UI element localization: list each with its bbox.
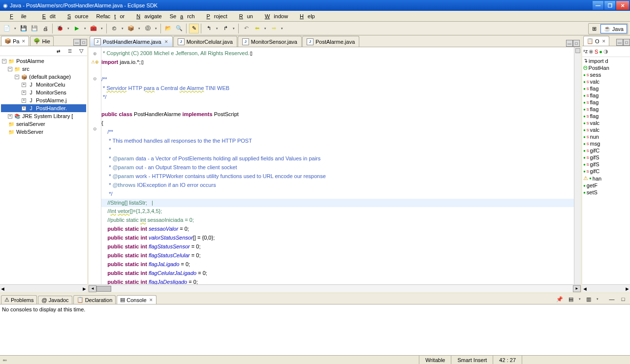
outline-item[interactable]: ● setS — [582, 189, 630, 196]
menu-search[interactable]: Search — [166, 12, 199, 20]
minimize-view-icon[interactable]: — — [607, 294, 617, 304]
close-icon[interactable]: ✕ — [22, 39, 26, 44]
debug-button[interactable]: 🐞 — [55, 24, 65, 33]
outline-item[interactable]: ●S flag — [582, 106, 630, 113]
outline-item[interactable]: ●S gifC — [582, 168, 630, 175]
menu-run[interactable]: Run — [231, 12, 257, 20]
outline-item[interactable]: ●S valc — [582, 126, 630, 133]
outline-hscroll[interactable]: ◄► — [582, 284, 630, 292]
outline-item[interactable]: ●S gifS — [582, 154, 630, 161]
tree-jre[interactable]: +📚JRE System Library [ — [1, 112, 86, 120]
link-editor-icon[interactable]: ☰ — [65, 46, 75, 56]
editor-tab[interactable]: JMonitorCelular.java — [173, 36, 237, 47]
tree-file[interactable]: +JMonitorCelu — [1, 81, 86, 89]
view-minmax[interactable]: —□ — [73, 39, 87, 46]
tree-src[interactable]: −📁src — [1, 65, 86, 73]
outline-item[interactable]: ↴ import d — [582, 57, 630, 64]
java-perspective[interactable]: ☕ Java — [600, 24, 627, 33]
menu-refactor[interactable]: Refactor — [93, 12, 129, 20]
tree-package[interactable]: −📦(default package) — [1, 73, 86, 81]
next-annotation-button[interactable]: ↱ — [220, 24, 230, 33]
outline-item[interactable]: ●S flag — [582, 85, 630, 92]
fastview-icon[interactable]: ▫◦ — [0, 357, 10, 363]
menu-source[interactable]: Source — [60, 12, 93, 20]
tab-console[interactable]: ▤ Console✕ — [117, 295, 156, 304]
editor-tab-active[interactable]: JPostHandlerAlarme.java✕ — [90, 36, 173, 47]
tab-hierarchy[interactable]: 🌳 Hie — [30, 36, 54, 46]
view-minmax[interactable]: —□ — [616, 39, 630, 46]
tab-package-explorer[interactable]: 📦 Pa✕ — [1, 36, 29, 46]
menu-window[interactable]: Window — [257, 12, 292, 20]
maximize-view-icon[interactable]: □ — [618, 294, 628, 304]
prev-annotation-button[interactable]: ↰ — [204, 24, 214, 33]
open-type-button[interactable]: Ⓞ — [143, 24, 153, 33]
outline-item[interactable]: ●S gifS — [582, 161, 630, 168]
outline-item[interactable]: ●S gifC — [582, 147, 630, 154]
editor-tab[interactable]: JPostAlarme.java — [302, 36, 359, 47]
hide-local-icon[interactable]: ◑ — [603, 48, 608, 55]
menu-edit[interactable]: Edit — [34, 12, 60, 20]
maximize-button[interactable]: ❐ — [604, 1, 615, 10]
outline-item[interactable]: ●S nun — [582, 133, 630, 140]
last-edit-button[interactable]: ↶ — [241, 24, 251, 33]
forward-button[interactable]: ➡ — [269, 24, 279, 33]
tree-project[interactable]: −📁PostAlarme — [1, 57, 86, 65]
outline-item[interactable]: ●S valc — [582, 78, 630, 85]
overview-ruler[interactable] — [574, 47, 581, 284]
menu-file[interactable]: File — [2, 12, 34, 20]
close-button[interactable]: ✕ — [616, 1, 629, 10]
back-button[interactable]: ⬅ — [252, 24, 262, 33]
new-button[interactable]: 📄 — [2, 24, 12, 33]
close-icon[interactable]: ✕ — [149, 298, 153, 303]
left-hscroll[interactable]: ◄► — [0, 284, 87, 292]
display-console-icon[interactable]: ▤ — [566, 294, 576, 304]
editor-minmax[interactable]: —□ — [566, 40, 580, 47]
tree-file-selected[interactable]: +JPostHandler. — [1, 104, 86, 112]
tree-file[interactable]: +JMonitorSens — [1, 89, 86, 96]
hide-fields-icon[interactable]: ◉ — [589, 48, 594, 55]
save-button[interactable]: 💾 — [19, 24, 29, 33]
tab-declaration[interactable]: 📋 Declaration — [73, 295, 116, 304]
tab-outline[interactable]: 📋 O✕ — [583, 36, 609, 46]
outline-item[interactable]: ●S flag — [582, 99, 630, 106]
menu-project[interactable]: Project — [199, 12, 231, 20]
print-button[interactable]: 🖨 — [40, 24, 50, 33]
close-icon[interactable]: ✕ — [602, 39, 606, 44]
close-icon[interactable]: ✕ — [164, 39, 168, 44]
tab-javadoc[interactable]: @ Javadoc — [38, 296, 72, 304]
outline-item[interactable]: ●S flag — [582, 113, 630, 120]
outline-item[interactable]: ●S msg — [582, 140, 630, 147]
run-button[interactable]: ▶ — [72, 24, 82, 33]
annotation-button[interactable]: ✎ — [189, 24, 199, 33]
hide-static-icon[interactable]: S — [595, 49, 598, 55]
menu-help[interactable]: Help — [292, 12, 319, 20]
open-folder-button[interactable]: 📂 — [163, 24, 173, 33]
sort-icon[interactable]: ᵃz — [583, 49, 588, 54]
tree-folder[interactable]: 📁WebServer — [1, 128, 86, 136]
hide-nonpublic-icon[interactable]: ● — [599, 49, 602, 55]
editor-hscroll[interactable]: ◄► — [89, 284, 581, 292]
collapse-all-icon[interactable]: ⇄ — [54, 46, 63, 56]
outline-item[interactable]: ●S flag — [582, 92, 630, 99]
saveall-button[interactable]: 💾 — [30, 24, 39, 33]
pin-console-icon[interactable]: 📌 — [555, 294, 565, 304]
outline-item[interactable]: ●S sess — [582, 71, 630, 78]
open-perspective-button[interactable]: ⊞ — [589, 24, 599, 33]
tree-folder[interactable]: 📁serialServer — [1, 120, 86, 128]
code-editor[interactable]: * Copyright (C) 2008 Michel e Jefferson,… — [101, 47, 574, 284]
new-class-button[interactable]: © — [109, 24, 119, 33]
open-console-icon[interactable]: ▥ — [584, 294, 594, 304]
outline-item[interactable]: Θ PostHan — [582, 64, 630, 71]
view-menu-icon[interactable]: ▽ — [76, 46, 86, 56]
ext-tools-button[interactable]: 🧰 — [89, 24, 98, 33]
outline-item[interactable]: ●S valc — [582, 120, 630, 126]
outline-item[interactable]: ● getF — [582, 182, 630, 189]
search-button[interactable]: 🔍 — [174, 24, 184, 33]
tree-file[interactable]: +JPostAlarme.j — [1, 96, 86, 104]
editor-tab[interactable]: JMonitorSensor.java — [238, 36, 302, 47]
outline-item[interactable]: ⚠● han — [582, 175, 630, 182]
new-package-button[interactable]: 📦 — [126, 24, 136, 33]
minimize-button[interactable]: — — [593, 1, 603, 10]
menu-navigate[interactable]: Navigate — [128, 12, 165, 20]
new-dropdown[interactable]: ▾ — [13, 27, 18, 30]
